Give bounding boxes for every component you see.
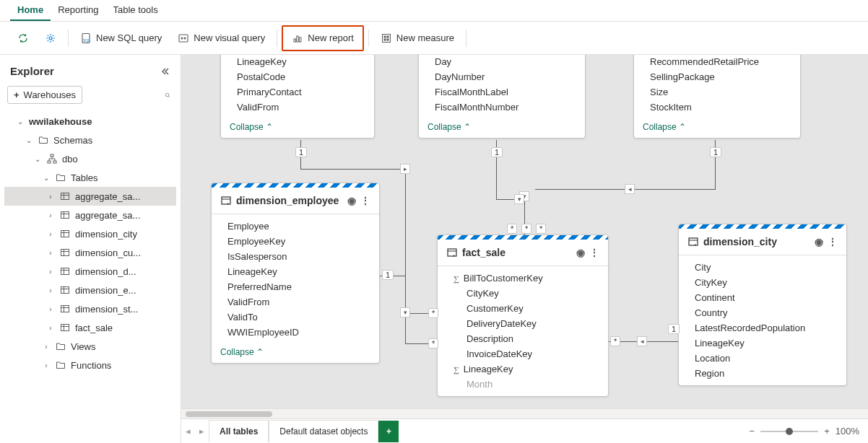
horizontal-scrollbar[interactable]	[181, 408, 868, 418]
zoom-slider[interactable]	[760, 431, 818, 432]
arrow-icon: ◂	[637, 336, 647, 346]
field: CustomerKey	[453, 301, 598, 316]
tree-table-item[interactable]: ›dimension_cu...	[4, 243, 176, 262]
visibility-icon[interactable]: ◉	[815, 236, 823, 247]
tab-reporting[interactable]: Reporting	[51, 0, 105, 21]
tab-default-dataset[interactable]: Default dataset objects	[269, 420, 378, 442]
tab-nav-right[interactable]: ▸	[195, 423, 209, 439]
chart-icon	[292, 32, 303, 44]
svg-point-4	[181, 37, 183, 39]
tab-add[interactable]: +	[378, 421, 399, 442]
svg-rect-8	[300, 38, 302, 42]
visibility-icon[interactable]: ◉	[347, 195, 356, 206]
cardinality-many: *	[610, 336, 620, 346]
tree-table-item[interactable]: ›dimension_d...	[4, 262, 176, 281]
new-measure-button[interactable]: New measure	[373, 28, 461, 48]
collapse-link[interactable]: Collapse ⌃	[221, 119, 374, 138]
refresh-button[interactable]	[10, 28, 36, 48]
tree-table-item[interactable]: ›dimension_st...	[4, 299, 176, 318]
new-visual-query-button[interactable]: New visual query	[170, 28, 272, 48]
chevron-right-icon: ›	[46, 193, 55, 201]
entity-card[interactable]: Day DayNumber FiscalMonthLabel FiscalMon…	[418, 55, 586, 139]
table-icon	[59, 228, 71, 240]
collapse-link[interactable]: Collapse ⌃	[634, 119, 800, 138]
field: LineageKey	[695, 335, 836, 351]
svg-line-15	[168, 96, 170, 97]
more-icon[interactable]: ⋮	[360, 195, 370, 206]
tree-tables[interactable]: ⌄ Tables	[4, 168, 176, 187]
zoom-control: − + 100%	[750, 426, 868, 437]
warehouses-label: Warehouses	[24, 89, 77, 100]
field: ValidFrom	[227, 294, 369, 310]
svg-rect-13	[386, 38, 389, 40]
chevron-right-icon: ›	[42, 361, 51, 369]
entity-fields: Employee EmployeeKey IsSalesperson Linea…	[212, 214, 379, 344]
warehouses-button[interactable]: + Warehouses	[7, 86, 82, 104]
tree-schemas[interactable]: ⌄ Schemas	[4, 131, 176, 149]
more-icon[interactable]: ⋮	[589, 247, 599, 258]
entity-card[interactable]: LineageKey PostalCode PrimaryContact Val…	[220, 55, 375, 139]
chevron-down-icon: ⌄	[25, 136, 33, 144]
entity-title: fact_sale	[462, 247, 505, 258]
tree-functions[interactable]: › Functions	[4, 356, 176, 374]
svg-rect-3	[179, 35, 188, 42]
svg-rect-34	[61, 287, 69, 294]
settings-button[interactable]	[38, 28, 64, 48]
field: LineageKey	[237, 55, 364, 69]
tab-home[interactable]: Home	[10, 0, 51, 21]
zoom-out-button[interactable]: −	[750, 426, 755, 437]
field: LatestRecordedPopulation	[695, 320, 836, 335]
tab-nav-left[interactable]: ◂	[181, 423, 195, 439]
tree-table-item[interactable]: › aggregate_sa...	[4, 187, 176, 206]
field: ∑BillToCustomerKey	[453, 271, 598, 286]
collapse-panel-icon[interactable]	[159, 66, 170, 77]
tree-table-item[interactable]: ›fact_sale	[4, 318, 176, 337]
collapse-link[interactable]: Collapse ⌃	[419, 119, 585, 138]
field: DeliveryDateKey	[453, 316, 598, 331]
tree-views[interactable]: › Views	[4, 337, 176, 356]
entity-dimension-employee[interactable]: dimension_employee ◉ ⋮ Employee Employee…	[211, 183, 380, 364]
field: CityKey	[453, 286, 598, 301]
entity-title: dimension_employee	[236, 195, 339, 206]
cardinality-many: *	[521, 224, 531, 234]
zoom-thumb[interactable]	[786, 428, 793, 435]
tree-label: fact_sale	[75, 323, 113, 333]
table-icon	[59, 266, 71, 277]
ribbon-tabs: Home Reporting Table tools	[0, 0, 868, 22]
field: InvoiceDateKey	[453, 346, 598, 361]
new-report-button[interactable]: New report	[285, 28, 361, 48]
entity-fields: LineageKey PostalCode PrimaryContact Val…	[221, 55, 374, 119]
entity-header: dimension_employee ◉ ⋮	[212, 188, 379, 214]
entity-actions: ◉ ⋮	[815, 236, 838, 247]
tree-table-item[interactable]: ›aggregate_sa...	[4, 206, 176, 224]
zoom-value: 100%	[836, 426, 859, 437]
model-canvas[interactable]: LineageKey PostalCode PrimaryContact Val…	[181, 55, 868, 408]
zoom-in-button[interactable]: +	[824, 426, 830, 437]
more-icon[interactable]: ⋮	[828, 236, 838, 247]
explorer-tree: ⌄ wwilakehouse ⌄ Schemas ⌄ dbo ⌄ Tables …	[4, 108, 176, 437]
plus-icon: +	[14, 89, 19, 100]
tree-lakehouse[interactable]: ⌄ wwilakehouse	[4, 113, 176, 131]
scrollbar-thumb[interactable]	[186, 411, 272, 417]
tree-dbo[interactable]: ⌄ dbo	[4, 149, 176, 168]
tab-table-tools[interactable]: Table tools	[106, 0, 165, 21]
schema-icon	[46, 153, 58, 165]
tree-table-item[interactable]: ›dimension_e...	[4, 281, 176, 299]
cardinality-many: *	[428, 338, 438, 348]
svg-rect-7	[297, 36, 299, 42]
entity-dimension-city[interactable]: dimension_city ◉ ⋮ City CityKey Continen…	[678, 224, 847, 386]
search-icon[interactable]	[162, 89, 173, 101]
visibility-icon[interactable]: ◉	[576, 247, 585, 258]
tree-label: dbo	[62, 154, 78, 165]
toolbar: SQL New SQL query New visual query New r…	[0, 22, 868, 55]
svg-rect-18	[53, 161, 56, 163]
highlight-new-report: New report	[282, 25, 364, 51]
entity-fact-sale[interactable]: fact_sale ◉ ⋮ ∑BillToCustomerKey CityKey…	[437, 234, 609, 397]
tree-table-item[interactable]: ›dimension_city	[4, 224, 176, 243]
tab-all-tables[interactable]: All tables	[209, 420, 269, 442]
entity-card[interactable]: RecommendedRetailPrice SellingPackage Si…	[633, 55, 801, 139]
field: PreferredName	[227, 279, 369, 294]
new-sql-query-button[interactable]: SQL New SQL query	[73, 28, 169, 48]
cardinality-one: 1	[710, 147, 721, 157]
collapse-link[interactable]: Collapse ⌃	[212, 344, 379, 363]
